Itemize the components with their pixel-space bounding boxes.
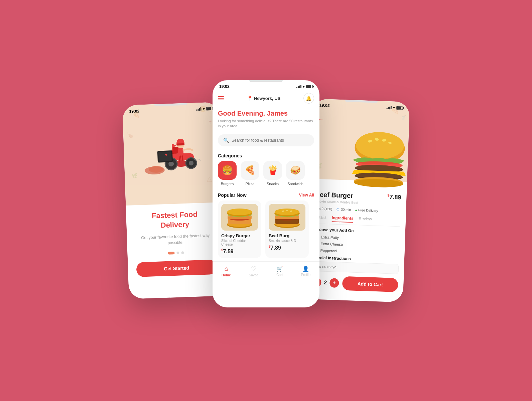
- home-header: 📍 Newyork, US 🔔: [213, 90, 319, 106]
- addon-label-extra-patty: Extra Patty: [321, 235, 339, 240]
- bar: [300, 85, 301, 88]
- addon-label-pepperoni: Pepperoni: [320, 248, 338, 253]
- category-label-burgers: Burgers: [221, 182, 234, 186]
- rating-value: 4.9: [319, 207, 323, 211]
- beef-burger-hero-svg: [345, 130, 410, 193]
- beef-burger-img: [270, 205, 304, 230]
- cart-nav-label: Cart: [276, 273, 283, 277]
- food-card-price-beef: $7.89: [269, 245, 305, 251]
- food-card-desc-beef: Smokin sauce & D: [269, 239, 305, 243]
- meta-delivery: ● Free Delivery: [355, 208, 378, 213]
- bg-icon: 🌿: [131, 173, 137, 179]
- category-sandwich[interactable]: 🥪 Sandwich: [286, 161, 305, 186]
- progress-dots: [136, 250, 216, 256]
- splash-title-highlight: Food: [179, 210, 198, 219]
- splash-hero: 🍕 🍔 🍷 🍗 △ 🌿 19:02 ▾: [122, 102, 223, 206]
- food-card-desc-crispy: Slice of Cheddar Cheese: [221, 239, 258, 246]
- category-icon-burgers: 🍔: [218, 161, 237, 180]
- burger-hero-img: [345, 130, 410, 194]
- bg-icon: 🍗: [127, 132, 134, 138]
- splash-title: Fastest Food Delivery: [134, 209, 215, 231]
- bar: [298, 86, 299, 88]
- addon-pepperoni[interactable]: Pepperoni: [313, 248, 399, 255]
- location-text: Newyork, US: [254, 96, 280, 101]
- splash-title-text-1: Fastest: [152, 211, 180, 220]
- phone-detail: 🍕 🥤 🌿 19:02 ▾ ←: [306, 99, 410, 302]
- phone-home: 19:02 ▾ 📍 Newyork, US: [213, 80, 319, 307]
- addon-section-title: Choose your Add On: [314, 227, 400, 235]
- detail-body: Beef Burger $7.89 Smokin sauce & Double …: [306, 179, 407, 297]
- cart-footer: − 2 + Add to Cart: [312, 275, 398, 292]
- status-bar-2: 19:02 ▾: [213, 80, 319, 90]
- food-card-img-beef: [269, 204, 305, 231]
- food-card-name-beef: Beef Burg: [269, 233, 305, 238]
- bell-icon: 🔔: [306, 96, 311, 101]
- food-price: $7.89: [387, 193, 401, 201]
- saved-nav-label: Saved: [249, 273, 258, 277]
- addon-label-extra-cheese: Extra Cheese: [320, 242, 343, 246]
- special-instructions-input[interactable]: [312, 261, 399, 274]
- view-all-button[interactable]: View All: [299, 193, 314, 197]
- bg-icon: 🍕: [133, 111, 140, 119]
- battery-2: [306, 85, 313, 88]
- saved-nav-icon: ♡: [251, 265, 256, 272]
- battery-3: [396, 106, 403, 110]
- popular-grid: Crispy Burger Slice of Cheddar Cheese $7…: [213, 200, 319, 258]
- price-value-beef: 7.89: [271, 245, 281, 251]
- increase-qty-button[interactable]: +: [329, 278, 339, 288]
- dot-1: [168, 252, 174, 255]
- wifi-icon-2: ▾: [303, 85, 305, 89]
- hamburger-menu[interactable]: [218, 96, 224, 100]
- search-bar[interactable]: 🔍: [218, 134, 314, 146]
- category-snacks[interactable]: 🍟 Snacks: [263, 161, 282, 186]
- home-nav-icon: ⌂: [224, 265, 228, 272]
- clock-icon: ⏱: [336, 207, 340, 211]
- nav-home[interactable]: ⌂ Home: [222, 265, 231, 277]
- tab-ingredients[interactable]: Ingredients: [331, 215, 353, 223]
- addon-extra-cheese[interactable]: Extra Cheese: [313, 241, 399, 249]
- location-display[interactable]: 📍 Newyork, US: [247, 96, 280, 101]
- hamburger-line: [218, 98, 224, 99]
- price-value-detail: 7.89: [389, 193, 401, 200]
- price-value-crispy: 7.59: [223, 249, 234, 254]
- category-icon-snacks: 🍟: [263, 161, 282, 180]
- splash-description: Get your favourite food the fastest way …: [135, 232, 216, 247]
- bar: [299, 86, 300, 88]
- home-nav-label: Home: [222, 273, 231, 277]
- notification-bell-button[interactable]: 🔔: [303, 93, 314, 104]
- category-label-snacks: Snacks: [267, 182, 279, 186]
- addon-extra-patty[interactable]: Extra Patty: [313, 234, 400, 242]
- category-burgers[interactable]: 🍔 Burgers: [218, 161, 237, 186]
- phone-splash: 🍕 🍔 🍷 🍗 △ 🌿 19:02 ▾: [122, 102, 226, 299]
- category-label-pizza: Pizza: [246, 182, 255, 186]
- food-card-crispy-burger[interactable]: Crispy Burger Slice of Cheddar Cheese $7…: [218, 200, 261, 258]
- nav-cart[interactable]: 🛒 Cart: [276, 266, 283, 277]
- get-started-button[interactable]: Get Started: [136, 260, 217, 277]
- greeting-section: Good Evening, James Looking for somethin…: [213, 106, 319, 130]
- nav-profile[interactable]: 👤 Profile: [301, 266, 310, 277]
- bg-icon: 🥤: [400, 115, 406, 121]
- nav-saved[interactable]: ♡ Saved: [249, 265, 258, 277]
- category-pizza[interactable]: 🍕 Pizza: [241, 161, 259, 186]
- svg-point-22: [227, 209, 252, 215]
- location-pin-icon: 📍: [247, 96, 253, 101]
- hamburger-line: [218, 100, 224, 100]
- bottom-nav: ⌂ Home ♡ Saved 🛒 Cart 👤 Profile: [213, 261, 319, 281]
- signal-2: [296, 85, 301, 88]
- food-card-img-crispy: [221, 204, 258, 231]
- meta-time: ⏱ 30 min: [336, 207, 351, 212]
- profile-nav-icon: 👤: [302, 266, 309, 272]
- category-icon-pizza: 🍕: [241, 161, 259, 180]
- search-input[interactable]: [232, 138, 309, 143]
- cart-nav-icon: 🛒: [276, 266, 283, 272]
- rating-count: (150): [324, 207, 332, 211]
- profile-nav-label: Profile: [301, 273, 310, 277]
- delivery-time: 30 min: [341, 208, 351, 212]
- add-to-cart-button[interactable]: Add to Cart: [342, 276, 398, 292]
- food-card-name-crispy: Crispy Burger: [221, 233, 258, 238]
- dot-3: [181, 251, 184, 254]
- battery-1: [206, 107, 213, 111]
- tab-review[interactable]: Review: [359, 216, 372, 223]
- food-card-beef-burger[interactable]: Beef Burg Smokin sauce & D $7.89: [265, 200, 309, 258]
- food-card-price-crispy: $7.59: [221, 248, 258, 255]
